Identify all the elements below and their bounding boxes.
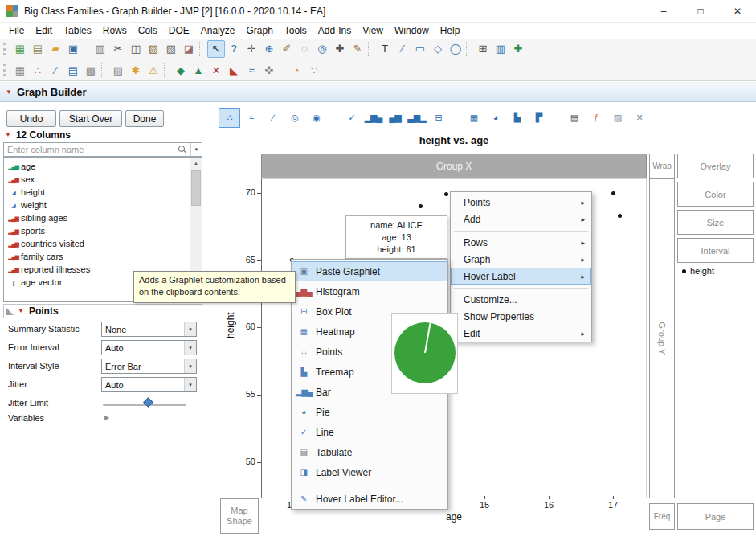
column-weight[interactable]: ◢ weight	[4, 199, 189, 211]
save-icon[interactable]: ▣	[64, 40, 82, 58]
element-ellipse[interactable]: ◎	[284, 108, 305, 128]
menu-file[interactable]: File	[3, 23, 30, 38]
dropdown-arrow-icon[interactable]: ▼	[184, 378, 196, 391]
column-sibling-ages[interactable]: ▂▄▆ sibling ages	[4, 211, 189, 224]
menu-graph[interactable]: Graph ▸	[451, 251, 591, 268]
toolbar-grip[interactable]	[3, 64, 7, 76]
legend-label[interactable]: height	[690, 266, 714, 276]
red-triangle-icon[interactable]: ▼	[6, 89, 12, 96]
submenu-item[interactable]	[292, 482, 447, 489]
context-menu-item[interactable]: ▸	[451, 228, 591, 234]
element-area[interactable]: ▄▆	[384, 108, 406, 128]
submenu-tabulate[interactable]: ▤ Tabulate	[292, 442, 447, 462]
dropdown-select[interactable]: Auto ▼	[101, 377, 197, 392]
menu-show-properties[interactable]: Show Properties ▸	[451, 308, 591, 325]
columns-viewer-icon[interactable]: ▥	[492, 40, 509, 58]
red-triangle-icon[interactable]: ▼	[18, 308, 24, 314]
maximize-button[interactable]: □	[682, 0, 719, 22]
element-line[interactable]: ✓	[341, 108, 362, 128]
panel-grip-icon[interactable]	[6, 308, 14, 315]
dropdown-arrow-icon[interactable]: ▼	[184, 359, 196, 373]
new-column-icon[interactable]: ✚	[509, 40, 527, 58]
menu-addins[interactable]: Add-Ins	[313, 23, 357, 38]
line-tool-icon[interactable]: ∕	[394, 40, 411, 58]
open-icon[interactable]: ▰	[47, 40, 64, 58]
zone-wrap[interactable]: Wrap	[649, 154, 675, 178]
column-height[interactable]: ◢ height	[4, 186, 189, 199]
screening-icon[interactable]: ✱	[127, 61, 145, 79]
menu-add[interactable]: Add ▸	[451, 211, 591, 228]
context-menu-item[interactable]: ▸	[451, 285, 591, 291]
element-bar[interactable]: ▂▆▄	[362, 108, 384, 128]
new-journal-icon[interactable]: ▤	[29, 40, 47, 58]
menu-tables[interactable]: Tables	[58, 23, 97, 38]
element-pie[interactable]: ◕	[484, 108, 506, 128]
menu-cols[interactable]: Cols	[133, 23, 163, 38]
menu-doe[interactable]: DOE	[163, 23, 195, 38]
crosshair-tool-icon[interactable]: ⊕	[260, 40, 278, 58]
fit-y-by-x-icon[interactable]: ∕	[47, 61, 64, 79]
multivariate-icon[interactable]: ✕	[207, 61, 225, 79]
tabulate-icon[interactable]: ▤	[64, 61, 82, 79]
menu-view[interactable]: View	[357, 23, 389, 38]
element-treemap[interactable]: ▙	[506, 108, 528, 128]
new-data-table-icon[interactable]: ▦	[11, 40, 29, 58]
journal-icon[interactable]: ▨	[162, 40, 180, 58]
column-sports[interactable]: ▂▄▆ sports	[4, 224, 189, 237]
dropdown-select[interactable]: None ▼	[101, 322, 197, 337]
undo-button[interactable]: Undo	[6, 110, 56, 127]
column-family-cars[interactable]: ▂▄▆ family cars	[4, 250, 189, 263]
zone-freq[interactable]: Freq	[649, 503, 675, 530]
scatter-point[interactable]	[611, 191, 615, 195]
dropdown-arrow-icon[interactable]: ▼	[184, 341, 196, 355]
control-chart-icon[interactable]: ≈	[243, 61, 260, 79]
search-dropdown-arrow-icon[interactable]: ▼	[190, 143, 202, 156]
zone-interval[interactable]: Interval	[677, 238, 754, 263]
quality-icon[interactable]: ◆	[172, 61, 190, 79]
element-formula[interactable]: ƒ	[585, 108, 607, 128]
submenu-label-viewer[interactable]: ◨ Label Viewer	[292, 462, 447, 482]
zone-color[interactable]: Color	[677, 182, 754, 207]
pencil-tool-icon[interactable]: ✎	[349, 40, 366, 58]
data-view-icon[interactable]: ⊞	[474, 40, 492, 58]
text-explorer-icon[interactable]: ▨	[109, 61, 127, 79]
paste-icon[interactable]: ▧	[145, 40, 162, 58]
menu-window[interactable]: Window	[389, 23, 435, 38]
close-button[interactable]: ✕	[719, 0, 756, 22]
element-line-of-fit[interactable]: ∕	[262, 108, 284, 128]
menu-help[interactable]: Help	[435, 23, 466, 38]
submenu-hover-label-editor[interactable]: ✎ Hover Label Editor...	[292, 489, 447, 509]
column-age[interactable]: ▂▄▆ age	[4, 160, 189, 173]
zone-size[interactable]: Size	[677, 210, 754, 235]
toolbar-icon[interactable]	[280, 63, 286, 77]
toolbar-icon[interactable]	[84, 42, 90, 56]
grabber-tool-icon[interactable]: ✛	[243, 40, 260, 58]
column-search-input[interactable]	[4, 145, 178, 154]
element-points[interactable]: ∴	[219, 108, 240, 128]
rect-tool-icon[interactable]: ▭	[411, 40, 429, 58]
polygon-tool-icon[interactable]: ◇	[429, 40, 447, 58]
element-parallel[interactable]: ✕	[628, 108, 650, 128]
submenu-paste-graphlet[interactable]: ▣ Paste Graphlet	[292, 261, 447, 281]
scrollbar-thumb[interactable]	[191, 170, 201, 206]
minimize-button[interactable]: –	[645, 0, 682, 22]
matrix-icon[interactable]: ▩	[82, 61, 100, 79]
oval-tool-icon[interactable]: ◯	[447, 40, 464, 58]
dropdown-arrow-icon[interactable]: ▼	[184, 322, 196, 336]
scatter-point[interactable]	[419, 204, 423, 208]
menu-graph[interactable]: Graph	[240, 23, 278, 38]
clear-icon[interactable]: ◪	[180, 40, 198, 58]
element-box-plot[interactable]: ⊟	[427, 108, 449, 128]
dropdown-select[interactable]: Error Bar ▼	[101, 359, 197, 374]
zone-group-x[interactable]: Group X	[261, 154, 647, 178]
menu-tools[interactable]: Tools	[279, 23, 313, 38]
toolbar-icon[interactable]	[368, 42, 374, 56]
toolbar-icon[interactable]	[466, 42, 472, 56]
submenu-pie[interactable]: ◕ Pie	[292, 402, 447, 422]
element-mosaic[interactable]: ▛	[528, 108, 550, 128]
toolbar-icon[interactable]	[101, 63, 108, 77]
menu-rows[interactable]: Rows	[97, 23, 133, 38]
toolbar-icon[interactable]	[164, 63, 170, 77]
menu-edit[interactable]: Edit	[30, 23, 58, 38]
zone-page[interactable]: Page	[677, 503, 754, 530]
